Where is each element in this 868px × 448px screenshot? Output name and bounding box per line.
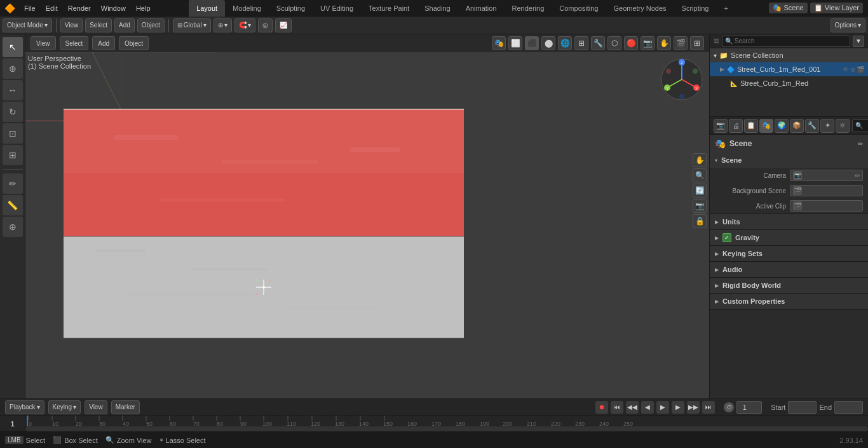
vp-overlay-btn[interactable]: ⊞ [574,36,588,50]
tab-sculpting[interactable]: Sculpting [269,0,313,17]
custom-props-header[interactable]: ▶ Custom Properties [710,294,868,309]
vp-xray-btn[interactable]: ⬡ [607,36,621,50]
props-scene-icon[interactable]: 🎭 [759,119,773,133]
scene-edit-btn[interactable]: ✏ [858,140,863,147]
props-view-layer-icon[interactable]: 📋 [744,119,758,133]
outliner-search-input[interactable] [722,36,850,47]
props-world-icon[interactable]: 🌍 [775,119,789,133]
prev-keyframe-btn[interactable]: ◀◀ [626,401,639,414]
tab-animation[interactable]: Animation [458,0,505,17]
cursor-tool[interactable]: ⊕ [3,58,23,79]
options-btn[interactable]: Options ▾ [831,18,865,32]
play-btn[interactable]: ▶ [656,401,669,414]
viewport-tool-zoom[interactable]: 🔍 [693,168,707,182]
tab-rendering[interactable]: Rendering [505,0,552,17]
menu-render[interactable]: Render [63,0,96,17]
outliner-filter-btn[interactable]: ▼ [853,36,864,47]
vp-object-menu[interactable]: Object [119,36,149,50]
audio-section-header[interactable]: ▶ Audio [710,262,868,277]
keying-sets-header[interactable]: ▶ Keying Sets [710,246,868,261]
menu-window[interactable]: Window [96,0,131,17]
vp-gizmo-btn[interactable]: 🔧 [591,36,605,50]
snap-selector[interactable]: 🧲 ▾ [234,18,255,32]
view-timeline-btn[interactable]: View [85,400,107,414]
scene-collection-item[interactable]: ▾ 📁 Scene Collection [710,48,868,62]
gravity-section-header[interactable]: ▶ ✓ Gravity [710,230,868,245]
proportional-falloff-btn[interactable]: 📈 [275,18,292,32]
add-tool[interactable]: ⊕ [3,217,23,237]
props-search-input[interactable] [852,119,868,132]
tab-modeling[interactable]: Modeling [225,0,269,17]
props-object-icon[interactable]: 📦 [790,119,804,133]
item-0-eye-btn[interactable]: 👁 [843,66,849,73]
viewport-tool-camera[interactable]: 📷 [693,199,707,213]
move-tool[interactable]: ↔ [3,80,23,100]
vp-select-menu[interactable]: Select [60,36,89,50]
view-menu-btn[interactable]: View [60,18,83,32]
rotate-tool[interactable]: ↻ [3,102,23,122]
playback-menu-btn[interactable]: Playback ▾ [5,400,44,414]
menu-help[interactable]: Help [131,0,156,17]
props-particles-icon[interactable]: ✦ [820,119,834,133]
tab-geometry-nodes[interactable]: Geometry Nodes [606,0,674,17]
add-menu-btn[interactable]: Add [114,18,135,32]
vp-mode-icon[interactable]: 🎭 [492,36,506,50]
props-modifier-icon[interactable]: 🔧 [805,119,819,133]
outliner-item-0[interactable]: ▶ 🔷 Street_Curb_1m_Red_001 👁 ⊕ 🎬 [710,62,868,76]
background-scene-field[interactable]: 🎬 [790,185,863,196]
tab-texture-paint[interactable]: Texture Paint [361,0,417,17]
timeline-scrollbar[interactable] [25,426,868,431]
keying-menu-btn[interactable]: Keying ▾ [48,400,81,414]
item-0-cursor-btn[interactable]: ⊕ [850,66,855,73]
tab-uv-editing[interactable]: UV Editing [313,0,361,17]
marker-menu-btn[interactable]: Marker [111,400,140,414]
viewport-canvas[interactable]: User Perspective (1) Scene Collection Z … [25,52,709,398]
vp-add-menu[interactable]: Add [92,36,115,50]
jump-start-btn[interactable]: ⏮ [611,401,623,414]
annotate-tool[interactable]: ✏ [3,173,23,194]
transform-orientation-selector[interactable]: ⊞ Global ▾ [173,18,211,32]
prev-frame-btn[interactable]: ◀ [641,401,654,414]
scale-tool[interactable]: ⊡ [3,123,23,144]
transform-tool[interactable]: ⊞ [3,145,23,165]
vp-grid-btn[interactable]: ⊞ [690,36,704,50]
proportional-editing-btn[interactable]: ◎ [258,18,273,32]
vp-shading-solid[interactable]: ⬛ [525,36,539,50]
navigation-gizmo[interactable]: Z X Y [660,57,704,102]
props-output-icon[interactable]: 🖨 [729,119,743,133]
start-frame-input[interactable]: 1 [788,401,817,414]
current-frame-input[interactable]: 1 [736,401,762,414]
vp-snap-btn[interactable]: 🔴 [624,36,638,50]
props-render-icon[interactable]: 📷 [714,119,728,133]
record-btn[interactable]: ⏺ [595,401,608,414]
vp-shading-wire[interactable]: ⬜ [508,36,522,50]
viewport-3d[interactable]: View Select Add Object 🎭 ⬜ ⬛ ⬤ 🌐 ⊞ 🔧 ⬡ 🔴… [25,34,709,398]
scene-selector[interactable]: 🎭 Scene [769,3,807,13]
vp-film-btn[interactable]: 🎬 [674,36,688,50]
menu-edit[interactable]: Edit [41,0,63,17]
units-section-header[interactable]: ▶ Units [710,214,868,229]
timeline-body[interactable]: 1 0 10 20 30 40 50 [0,416,868,431]
jump-end-btn[interactable]: ⏭ [702,401,715,414]
outliner-item-1[interactable]: 📐 Street_Curb_1m_Red [710,76,868,90]
vp-shading-material[interactable]: ⬤ [541,36,555,50]
end-frame-input[interactable]: 250 [834,401,863,414]
scene-section-header[interactable]: ▾ Scene [710,153,868,168]
tab-scripting[interactable]: Scripting [674,0,717,17]
select-tool[interactable]: ↖ [3,37,23,57]
camera-edit-icon[interactable]: ✏ [855,172,860,179]
view-layer-selector[interactable]: 📋 View Layer [810,3,863,13]
camera-field[interactable]: 📷 ✏ [790,170,863,181]
vp-camera-btn[interactable]: 📷 [641,36,654,50]
mode-selector[interactable]: Object Mode ▾ [3,18,52,32]
menu-file[interactable]: File [19,0,41,17]
item-0-render-btn[interactable]: 🎬 [857,66,864,73]
vp-hand-btn[interactable]: ✋ [657,36,671,50]
active-clip-field[interactable]: 🎬 [790,200,863,212]
object-menu-btn[interactable]: Object [137,18,165,32]
props-physics-icon[interactable]: ⚛ [836,119,850,133]
rigid-body-header[interactable]: ▶ Rigid Body World [710,278,868,293]
timeline-scrollbar-thumb[interactable] [25,426,868,431]
gravity-checkbox[interactable]: ✓ [722,233,731,242]
viewport-tool-hand[interactable]: ✋ [693,153,707,167]
